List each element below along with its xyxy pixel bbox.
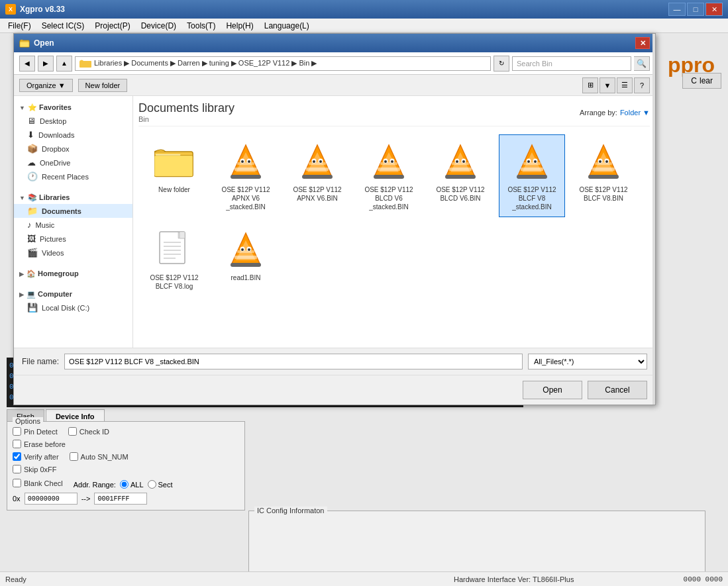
- file-item[interactable]: OSE $12P V112 BLCF V8 _stacked.BIN: [499, 134, 565, 217]
- svg-point-76: [248, 248, 250, 251]
- view-dropdown-button[interactable]: ▼: [599, 77, 615, 93]
- all-radio[interactable]: [120, 480, 129, 489]
- svg-rect-2: [79, 61, 91, 68]
- menu-item-deviced[interactable]: Device(D): [136, 20, 182, 32]
- up-button[interactable]: ▲: [56, 56, 72, 72]
- file-grid: Documents library Bin Arrange by: Folder…: [133, 96, 655, 348]
- status-coords: 0000 0000: [684, 575, 723, 583]
- computer-header[interactable]: ▶ 💻 Computer: [14, 288, 132, 301]
- nav-item-downloads[interactable]: ⬇ Downloads: [14, 128, 132, 142]
- nav-item-desktop[interactable]: 🖥 Desktop: [14, 114, 132, 128]
- file-item[interactable]: OSE $12P V112 BLCF V8.log: [141, 222, 207, 297]
- addr-to-input[interactable]: [94, 493, 147, 505]
- nav-item-pictures[interactable]: 🖼 Pictures: [14, 232, 132, 246]
- menu-item-filef[interactable]: File(F): [3, 20, 36, 32]
- homegroup-header[interactable]: ▶ 🏠 Homegroup: [14, 268, 132, 280]
- svg-rect-4: [154, 156, 193, 177]
- status-text: Ready: [5, 575, 344, 583]
- arrange-by[interactable]: Arrange by: Folder ▼: [580, 109, 650, 117]
- menu-item-helph[interactable]: Help(H): [221, 20, 258, 32]
- file-item[interactable]: OSE $12P V112 BLCD V6.BIN: [427, 134, 494, 217]
- svg-point-40: [456, 160, 458, 163]
- file-item[interactable]: OSE $12P V112 BLCD V6 _stacked.BIN: [356, 134, 422, 217]
- pin-detect-checkbox[interactable]: [13, 427, 21, 436]
- homegroup-label: 🏠 Homegroup: [26, 269, 79, 278]
- skip-ff-checkbox[interactable]: [13, 465, 21, 473]
- file-item[interactable]: New folder: [141, 134, 207, 217]
- dialog-title-bar: Open ✕: [14, 34, 655, 52]
- blank-check-checkbox[interactable]: [13, 479, 21, 487]
- computer-label: 💻 Computer: [26, 290, 72, 299]
- maximize-button[interactable]: □: [687, 3, 704, 16]
- sect-radio[interactable]: [148, 480, 156, 489]
- dialog-content: ▼ ⭐ Favorites 🖥 Desktop ⬇ Downloads 📦 Dr…: [14, 96, 655, 348]
- change-view-button[interactable]: ⊞: [582, 77, 598, 93]
- menu-item-selectics[interactable]: Select IC(S): [36, 20, 90, 32]
- option-row-2: Erase before: [13, 440, 239, 448]
- svg-point-41: [462, 160, 465, 163]
- nav-item-dropbox[interactable]: 📦 Dropbox: [14, 142, 132, 156]
- verify-after-option: Verify after: [13, 452, 59, 461]
- clear-button[interactable]: Clear: [682, 73, 721, 89]
- nav-item-music[interactable]: ♪ Music: [14, 218, 132, 232]
- address-path[interactable]: Libraries ▶ Documents ▶ Darren ▶ tuning …: [75, 56, 491, 71]
- cancel-button[interactable]: Cancel: [588, 381, 647, 399]
- verify-after-checkbox[interactable]: [13, 452, 21, 461]
- refresh-button[interactable]: ↻: [494, 56, 509, 72]
- libraries-header[interactable]: ▼ 📚 Libraries: [14, 191, 132, 204]
- grid-header: Documents library Bin Arrange by: Folder…: [138, 101, 650, 126]
- app-close-button[interactable]: ✕: [705, 3, 723, 16]
- svg-rect-46: [517, 175, 547, 179]
- svg-point-22: [313, 160, 315, 163]
- nav-item-videos[interactable]: 🎬 Videos: [14, 246, 132, 260]
- dialog-icon: [19, 38, 30, 48]
- open-button[interactable]: Open: [523, 381, 582, 399]
- filetype-select[interactable]: All_Files(*.*): [528, 354, 647, 369]
- erase-before-checkbox[interactable]: [13, 440, 21, 448]
- search-box: Search Bin: [512, 56, 631, 71]
- nav-item-documents[interactable]: 📁 Documents: [14, 204, 132, 218]
- nav-videos-label: Videos: [42, 249, 64, 257]
- nav-item-recent-places[interactable]: 🕐 Recent Places: [14, 170, 132, 183]
- filename-input[interactable]: [64, 354, 523, 369]
- dialog-close-button[interactable]: ✕: [635, 37, 650, 49]
- file-name: OSE $12P V112 APNX V6.BIN: [287, 185, 347, 203]
- check-id-checkbox[interactable]: [68, 427, 77, 436]
- forward-button[interactable]: ▶: [38, 56, 54, 72]
- file-name: OSE $12P V112 BLCD V6.BIN: [431, 185, 490, 203]
- sect-radio-label: Sect: [148, 480, 173, 489]
- minimize-button[interactable]: —: [668, 3, 686, 16]
- filename-label: File name:: [22, 357, 59, 366]
- svg-rect-53: [592, 168, 615, 171]
- svg-rect-10: [231, 175, 261, 179]
- file-item[interactable]: OSE $12P V112 APNX V6.BIN: [284, 134, 350, 217]
- menu-item-toolst[interactable]: Tools(T): [182, 20, 221, 32]
- favorites-header[interactable]: ▼ ⭐ Favorites: [14, 101, 132, 114]
- organize-button[interactable]: Organize ▼: [19, 79, 73, 92]
- back-button[interactable]: ◀: [19, 56, 35, 72]
- nav-item-onedrive[interactable]: ☁ OneDrive: [14, 156, 132, 170]
- status-bar: Ready Hardware Interface Ver: TL866II-Pl…: [0, 571, 728, 586]
- nav-item-local-disk[interactable]: 💾 Local Disk (C:): [14, 301, 132, 315]
- dialog-actions: Open Cancel: [14, 375, 655, 405]
- menu-item-projectp[interactable]: Project(P): [89, 20, 135, 32]
- all-radio-label: ALL: [120, 480, 144, 489]
- details-view-button[interactable]: ☰: [617, 77, 633, 93]
- search-button[interactable]: 🔍: [634, 56, 650, 71]
- blank-check-option: Blank Checl: [13, 479, 63, 487]
- help-button[interactable]: ?: [634, 77, 650, 93]
- dialog-toolbar: Organize ▼ New folder ⊞ ▼ ☰ ?: [14, 75, 655, 96]
- file-item[interactable]: OSE $12P V112 BLCF V8.BIN: [570, 134, 637, 217]
- svg-rect-5: [156, 154, 181, 156]
- addr-from-input[interactable]: [25, 493, 78, 505]
- svg-point-31: [384, 160, 387, 163]
- file-item[interactable]: read1.BIN: [213, 222, 279, 297]
- auto-sn-checkbox[interactable]: [70, 452, 78, 461]
- new-folder-button[interactable]: New folder: [78, 79, 128, 92]
- onedrive-icon: ☁: [27, 158, 36, 168]
- library-subtitle: Bin: [138, 115, 234, 123]
- options-panel: Options Pin Detect Check ID Erase before…: [7, 421, 245, 511]
- file-item[interactable]: OSE $12P V112 APNX V6 _stacked.BIN: [213, 134, 279, 217]
- svg-rect-72: [231, 263, 261, 267]
- menu-item-languagel[interactable]: Language(L): [259, 20, 315, 32]
